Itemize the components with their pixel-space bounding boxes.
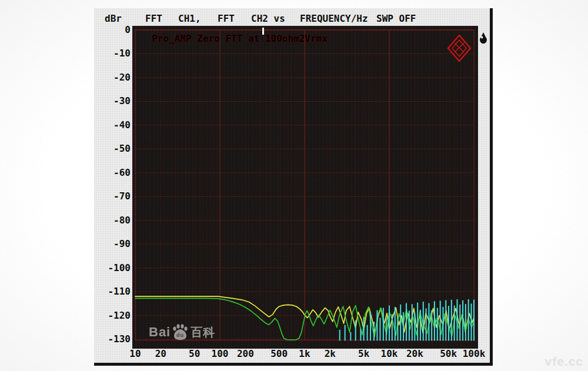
baidu-baike-watermark: Bai du 百科 — [149, 322, 215, 343]
y-tick-label: -10 — [94, 48, 131, 59]
baidu-paw-icon: du — [171, 323, 189, 341]
y-tick-label: 0 — [94, 24, 131, 36]
y-tick-label: -40 — [94, 119, 131, 131]
audio-precision-diamond-logo-icon — [447, 34, 472, 62]
fft-plot-canvas — [135, 28, 476, 346]
header-token-fft1: FFT — [145, 13, 162, 25]
site-watermark: vfe.cc — [544, 355, 583, 369]
top-cursor-marker — [262, 28, 264, 35]
y-tick-label: -20 — [94, 72, 131, 83]
x-tick-label: 20 — [143, 348, 178, 360]
x-tick-label: 200 — [228, 348, 263, 360]
header-token-ch2: CH2 vs — [251, 13, 285, 25]
baidu-paw-du-text: du — [176, 332, 184, 338]
header-token-xaxis: FREQUENCY/Hz — [300, 13, 368, 25]
y-tick-label: -30 — [94, 95, 131, 107]
y-tick-label: -100 — [94, 262, 131, 274]
header-token-fft2: FFT — [218, 13, 235, 25]
trace-title: Pro_AMP Zero FTT at 100ohm2Vrmx — [152, 33, 328, 44]
header-token-ch1: CH1, — [178, 13, 201, 25]
y-tick-label: -70 — [94, 190, 131, 202]
y-tick-label: -50 — [94, 143, 131, 155]
x-tick-label: 100k — [456, 348, 492, 360]
screen-edge-marker-icon — [479, 32, 487, 44]
y-tick-label: -110 — [94, 286, 131, 298]
x-tick-label: 20k — [397, 348, 432, 360]
y-tick-label: -80 — [94, 215, 131, 226]
y-tick-label: -60 — [94, 167, 131, 179]
baidu-watermark-text-right: 百科 — [191, 325, 215, 340]
baidu-watermark-text-left: Bai — [149, 325, 171, 340]
header-token-swp: SWP OFF — [376, 13, 416, 25]
y-tick-label: -120 — [94, 310, 131, 322]
x-tick-label: 2k — [312, 348, 348, 360]
y-tick-label: -130 — [94, 333, 131, 345]
y-tick-label: -90 — [94, 238, 131, 250]
y-unit-label: dBr — [105, 13, 122, 25]
analyzer-screen: dBr FFT CH1, FFT CH2 vs FREQUENCY/Hz SWP… — [94, 8, 493, 366]
